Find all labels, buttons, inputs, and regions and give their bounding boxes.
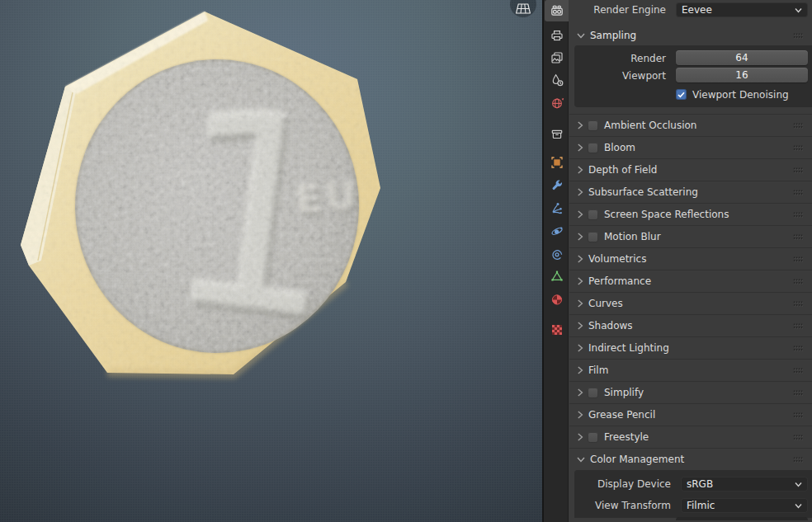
blender-window: 1 1 EUR EUR xyxy=(0,0,812,522)
tab-texture-properties[interactable] xyxy=(545,319,569,341)
tab-constraint-properties[interactable] xyxy=(545,243,569,265)
chevron-right-icon xyxy=(577,210,583,219)
section-indirect-lighting[interactable]: Indirect Lighting xyxy=(569,336,812,359)
samples-viewport-label: Viewport xyxy=(579,70,676,82)
view-transform-row: View Transform Filmic xyxy=(574,496,812,515)
drag-handle[interactable] xyxy=(793,411,804,419)
drag-handle[interactable] xyxy=(793,233,804,241)
drag-handle[interactable] xyxy=(793,189,804,196)
drag-handle[interactable] xyxy=(793,167,804,174)
section-label: Ambient Occlusion xyxy=(604,120,696,131)
section-grease-pencil[interactable]: Grease Pencil xyxy=(569,403,812,426)
section-subsurface-scattering[interactable]: Subsurface Scattering xyxy=(569,181,812,203)
tab-material-properties[interactable] xyxy=(545,289,569,310)
physics-orbit-icon xyxy=(550,223,564,238)
section-freestyle[interactable]: Freestyle xyxy=(569,426,812,448)
chevron-right-icon xyxy=(577,143,583,152)
freestyle-checkbox[interactable] xyxy=(588,432,598,443)
color-management-subpanel: Display Device sRGB View Transform Filmi… xyxy=(574,470,812,518)
drag-handle[interactable] xyxy=(793,32,804,40)
section-screen-space-reflections[interactable]: Screen Space Reflections xyxy=(569,203,812,225)
chevron-down-icon xyxy=(577,32,585,39)
coin-object[interactable]: 1 1 EUR EUR xyxy=(0,0,542,522)
view-transform-value: Filmic xyxy=(687,500,795,511)
section-label: Curves xyxy=(588,298,623,309)
viewport-denoising-row: Viewport Denoising xyxy=(676,84,812,105)
drag-handle[interactable] xyxy=(793,278,804,285)
tab-world-properties[interactable] xyxy=(545,92,569,114)
section-label: Volumetrics xyxy=(588,253,646,265)
chevron-down-icon xyxy=(795,482,802,487)
section-motion-blur[interactable]: Motion Blur xyxy=(569,225,812,247)
tab-collection-properties[interactable] xyxy=(545,124,569,145)
render-engine-dropdown[interactable]: Eevee xyxy=(676,2,808,17)
tab-physics-properties[interactable] xyxy=(545,220,569,242)
section-film[interactable]: Film xyxy=(569,359,812,381)
constraint-icon xyxy=(550,247,564,261)
section-sampling-header[interactable]: Sampling xyxy=(569,26,812,45)
screen-space-reflections-checkbox[interactable] xyxy=(588,209,598,220)
chevron-right-icon xyxy=(577,433,583,441)
samples-render-row: Render 64 xyxy=(574,49,812,67)
drag-handle[interactable] xyxy=(793,456,804,463)
chevron-right-icon xyxy=(577,188,583,196)
drag-handle[interactable] xyxy=(793,345,804,352)
section-depth-of-field[interactable]: Depth of Field xyxy=(569,158,812,181)
render-engine-label: Render Engine xyxy=(574,4,676,16)
tab-output-properties[interactable] xyxy=(545,25,569,46)
section-label: Grease Pencil xyxy=(588,409,655,421)
chevron-right-icon xyxy=(577,411,583,419)
partial-dropdown[interactable] xyxy=(676,517,808,520)
viewport-denoising-label: Viewport Denoising xyxy=(692,89,789,101)
bloom-checkbox[interactable] xyxy=(588,143,598,153)
tab-object-properties[interactable] xyxy=(545,152,569,173)
drag-handle[interactable] xyxy=(793,122,804,129)
3d-viewport[interactable]: 1 1 EUR EUR xyxy=(0,0,542,522)
chevron-down-icon xyxy=(577,456,585,463)
view-transform-dropdown[interactable]: Filmic xyxy=(681,498,808,513)
section-volumetrics[interactable]: Volumetrics xyxy=(569,247,812,270)
particles-icon xyxy=(550,200,564,215)
section-ambient-occlusion[interactable]: Ambient Occlusion xyxy=(569,114,812,136)
check-icon xyxy=(677,92,685,98)
drag-handle[interactable] xyxy=(793,434,804,441)
tab-view-layer-properties[interactable] xyxy=(545,47,569,68)
display-device-dropdown[interactable]: sRGB xyxy=(681,477,808,491)
section-performance[interactable]: Performance xyxy=(569,270,812,292)
tab-scene-properties[interactable] xyxy=(545,69,569,91)
view-transform-label: View Transform xyxy=(579,500,681,511)
section-shadows[interactable]: Shadows xyxy=(569,314,812,336)
drag-handle[interactable] xyxy=(793,144,804,152)
drag-handle[interactable] xyxy=(793,300,804,308)
simplify-checkbox[interactable] xyxy=(588,388,598,398)
tab-render-properties[interactable] xyxy=(545,0,569,21)
texture-checker-icon xyxy=(550,322,564,337)
viewport-denoising-checkbox[interactable] xyxy=(676,89,687,100)
drag-handle[interactable] xyxy=(793,211,804,219)
wrench-icon xyxy=(550,178,564,193)
printer-icon xyxy=(550,28,564,43)
tab-object-data-properties[interactable] xyxy=(545,266,569,287)
tab-particle-properties[interactable] xyxy=(545,197,569,219)
tab-modifier-properties[interactable] xyxy=(545,175,569,196)
drag-handle[interactable] xyxy=(793,367,804,374)
chevron-right-icon xyxy=(577,166,583,174)
ambient-occlusion-checkbox[interactable] xyxy=(588,120,598,131)
chevron-right-icon xyxy=(577,388,583,397)
section-color-management[interactable]: Color Management xyxy=(569,448,812,470)
scene-icon xyxy=(550,73,564,87)
chevron-right-icon xyxy=(577,277,583,285)
section-simplify[interactable]: Simplify xyxy=(569,381,812,403)
chevron-down-icon xyxy=(795,503,802,509)
section-label: Depth of Field xyxy=(588,164,657,176)
drag-handle[interactable] xyxy=(793,322,804,330)
section-bloom[interactable]: Bloom xyxy=(569,136,812,158)
samples-render-field[interactable]: 64 xyxy=(676,50,808,65)
section-curves[interactable]: Curves xyxy=(569,292,812,314)
drag-handle[interactable] xyxy=(793,389,804,397)
samples-viewport-field[interactable]: 16 xyxy=(676,68,808,82)
motion-blur-checkbox[interactable] xyxy=(588,232,598,242)
chevron-right-icon xyxy=(577,233,583,241)
drag-handle[interactable] xyxy=(793,256,804,263)
section-label: Shadows xyxy=(588,320,633,332)
